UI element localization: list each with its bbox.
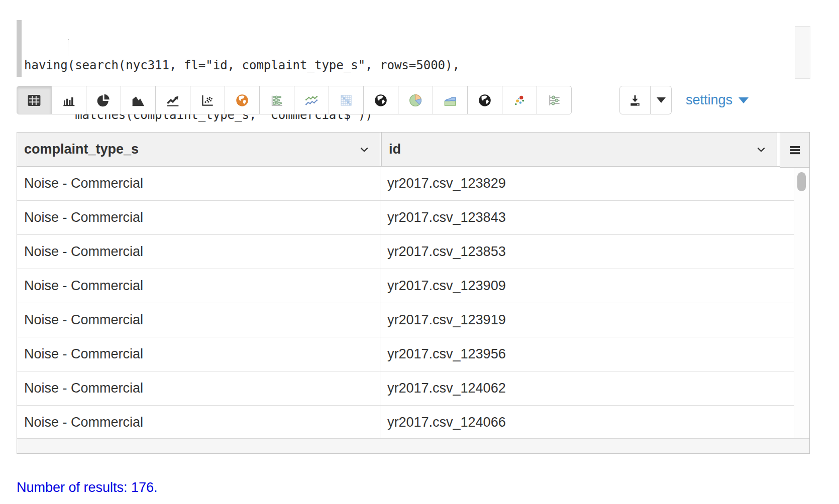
scrollbar-thumb[interactable] (797, 172, 806, 191)
viz-button-scatter-plot[interactable] (190, 86, 225, 114)
cell-complaint-type: Noise - Commercial (17, 201, 380, 234)
cell-complaint-type: Noise - Commercial (17, 269, 380, 303)
viz-button-bar-chart[interactable] (51, 86, 86, 114)
table-icon (26, 92, 42, 108)
vertical-scrollbar[interactable] (794, 166, 809, 439)
visualization-toolbar: settings (17, 86, 572, 114)
column-header-label: complaint_type_s (24, 142, 139, 157)
scatter-plot-icon (199, 92, 216, 108)
column-header-label: id (389, 142, 401, 157)
bar-chart-icon (61, 92, 77, 108)
column-header-id[interactable]: id (381, 133, 777, 166)
cell-id: yr2017.csv_124062 (380, 371, 794, 405)
parallel-coordinates-icon (546, 92, 562, 108)
viz-button-globe-map[interactable] (363, 86, 398, 114)
paragraph: having(search(nyc311, fl="id, complaint_… (0, 0, 839, 504)
cell-complaint-type: Noise - Commercial (17, 235, 380, 269)
table-row: Noise - Commercial yr2017.csv_123829 (17, 167, 794, 201)
matrix-chart-icon (338, 92, 354, 108)
chevron-down-icon (755, 143, 768, 156)
results-grid: complaint_type_s id (17, 132, 810, 454)
table-row: Noise - Commercial yr2017.csv_124066 (17, 406, 794, 440)
cell-id: yr2017.csv_124066 (380, 406, 794, 439)
stacked-area-chart-icon (442, 92, 458, 108)
download-button[interactable] (619, 86, 651, 114)
settings-dropdown[interactable]: settings (686, 86, 749, 114)
caret-down-icon (739, 97, 749, 103)
table-row: Noise - Commercial yr2017.csv_123853 (17, 235, 794, 269)
viz-button-parallel-coordinates[interactable] (537, 86, 572, 114)
viz-button-world-map[interactable] (467, 86, 502, 114)
bubble-chart-icon (269, 92, 285, 108)
colored-pie-chart-icon (407, 92, 424, 108)
code-editor[interactable]: having(search(nyc311, fl="id, complaint_… (17, 20, 748, 77)
viz-button-map[interactable] (225, 86, 260, 114)
chevron-down-icon (358, 143, 371, 156)
viz-button-line-chart[interactable] (155, 86, 190, 114)
grid-header: complaint_type_s id (17, 133, 809, 167)
viz-button-bubble-chart[interactable] (259, 86, 294, 114)
download-button-group (619, 86, 672, 114)
table-row: Noise - Commercial yr2017.csv_123919 (17, 303, 794, 337)
cell-id: yr2017.csv_123853 (380, 235, 794, 269)
editor-scrollbar[interactable] (795, 26, 810, 79)
editor-gutter (17, 20, 22, 77)
column-menu-button[interactable] (755, 143, 768, 156)
code-line: having(search(nyc311, fl="id, complaint_… (24, 57, 460, 74)
horizontal-scroll-area (17, 438, 809, 453)
cell-complaint-type: Noise - Commercial (17, 371, 380, 405)
cell-id: yr2017.csv_123919 (380, 303, 794, 337)
viz-button-colored-scatter[interactable] (502, 86, 537, 114)
table-row: Noise - Commercial yr2017.csv_123956 (17, 337, 794, 371)
cell-complaint-type: Noise - Commercial (17, 337, 380, 371)
cell-id: yr2017.csv_123909 (380, 269, 794, 303)
viz-button-stacked-area-chart[interactable] (433, 86, 468, 114)
viz-button-table[interactable] (17, 86, 52, 114)
viz-button-pie-chart[interactable] (86, 86, 121, 114)
cell-id: yr2017.csv_123829 (380, 167, 794, 200)
cell-complaint-type: Noise - Commercial (17, 303, 380, 337)
cell-id: yr2017.csv_123843 (380, 201, 794, 234)
black-globe-icon (373, 92, 389, 108)
download-options-button[interactable] (651, 86, 672, 114)
table-row: Noise - Commercial yr2017.csv_123843 (17, 201, 794, 235)
black-globe-icon (477, 92, 493, 108)
multi-line-chart-icon (303, 92, 320, 108)
download-icon (627, 93, 643, 108)
viz-button-colored-pie-chart[interactable] (398, 86, 433, 114)
caret-down-icon (657, 97, 666, 103)
viz-button-multi-line-chart[interactable] (294, 86, 329, 114)
viz-button-area-chart[interactable] (121, 86, 156, 114)
hamburger-menu-icon (787, 143, 802, 158)
viz-button-matrix-chart[interactable] (329, 86, 364, 114)
table-row: Noise - Commercial yr2017.csv_124062 (17, 371, 794, 406)
pie-chart-icon (95, 92, 112, 108)
line-chart-icon (165, 92, 181, 108)
grid-menu-button[interactable] (780, 133, 809, 168)
cell-complaint-type: Noise - Commercial (17, 406, 380, 439)
colored-scatter-icon (511, 92, 528, 108)
column-menu-button[interactable] (358, 143, 371, 156)
orange-globe-icon (234, 92, 250, 108)
results-count: Number of results: 176. (17, 480, 158, 495)
cell-complaint-type: Noise - Commercial (17, 167, 380, 200)
cell-id: yr2017.csv_123956 (380, 337, 794, 371)
viz-button-group (17, 86, 572, 114)
area-chart-icon (130, 92, 146, 108)
grid-body: Noise - Commercial yr2017.csv_123829 Noi… (17, 167, 794, 440)
column-header-complaint-type[interactable]: complaint_type_s (17, 133, 380, 166)
table-row: Noise - Commercial yr2017.csv_123909 (17, 269, 794, 303)
settings-label: settings (686, 92, 732, 108)
